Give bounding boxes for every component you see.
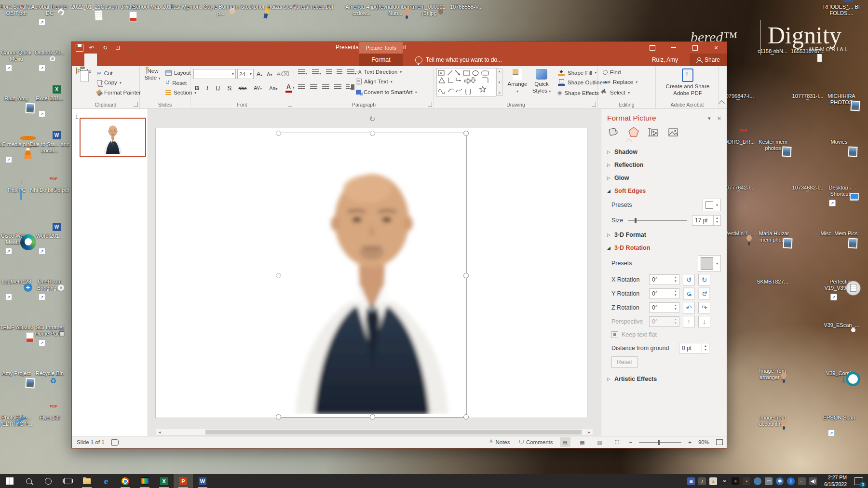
rotate-x-left-button[interactable]: ↺ (683, 274, 695, 285)
section-3d-format[interactable]: ▷3-D Format (601, 228, 727, 241)
customize-qat-icon[interactable]: ▾ (127, 44, 134, 51)
resize-handle-nw[interactable] (276, 131, 281, 136)
scrollbar-thumb[interactable] (205, 430, 582, 434)
tray-display[interactable]: ▭ (765, 477, 773, 485)
font-name-combo[interactable]: ▾ (193, 69, 236, 79)
reset-button[interactable]: ↺Reset (165, 80, 187, 86)
select-button[interactable]: Select▾ (603, 89, 630, 96)
format-painter-button[interactable]: Format Painter (97, 90, 141, 95)
section-reflection[interactable]: ▷Reflection (601, 158, 727, 171)
ribbon-tab[interactable] (172, 54, 185, 66)
spell-check-icon[interactable] (111, 439, 119, 446)
normal-view-button[interactable]: ▤ (560, 437, 570, 447)
convert-smartart-button[interactable]: Convert to SmartArt▾ (356, 89, 417, 95)
taskbar-file-explorer[interactable] (77, 474, 96, 488)
strikethrough-button[interactable]: abc (237, 85, 248, 91)
rotation-presets-dropdown[interactable]: ▾ (698, 255, 721, 271)
taskbar-clock[interactable]: 2:27 PM 6/15/2022 (824, 474, 847, 487)
close-button[interactable]: × (705, 42, 727, 54)
arrange-button[interactable]: Arrange▾ (506, 68, 529, 95)
signed-in-user[interactable]: Ruiz, Amy (652, 56, 678, 63)
cortana-button[interactable] (39, 474, 58, 488)
tray-bluetooth[interactable]: ᛒ (787, 477, 795, 485)
new-slide-button[interactable]: NewSlide ▾ (141, 68, 163, 81)
underline-button[interactable]: U (214, 85, 221, 92)
task-view-button[interactable] (58, 474, 77, 488)
save-icon[interactable] (76, 44, 83, 52)
ribbon-tab[interactable] (97, 54, 109, 66)
clear-formatting-button[interactable]: A⌫ (275, 70, 290, 78)
resize-handle-s[interactable] (370, 414, 375, 420)
resize-handle-e[interactable] (463, 273, 469, 278)
align-text-button[interactable]: Align Text▾ (356, 79, 393, 84)
section-artistic-effects[interactable]: ▷Artistic Effects (601, 372, 727, 385)
y-rotation-spinner[interactable]: ▲▼ (672, 288, 679, 299)
section-shadow[interactable]: ▷Shadow (601, 145, 727, 158)
resize-handle-n[interactable] (370, 131, 375, 136)
reading-view-button[interactable]: ▥ (595, 437, 605, 447)
rotate-y-up-button[interactable]: ↺ (683, 287, 695, 299)
taskbar-internet-explorer[interactable]: e (96, 474, 116, 488)
share-button[interactable]: Share (690, 54, 727, 66)
soft-edges-presets-dropdown[interactable]: ▾ (703, 199, 721, 211)
zoom-slider[interactable] (639, 442, 681, 443)
taskbar-powerpoint-active[interactable]: P (174, 474, 193, 488)
taskbar-word[interactable]: W (193, 474, 212, 488)
resize-handle-sw[interactable] (276, 414, 281, 420)
zoom-slider-thumb[interactable] (658, 440, 660, 445)
undo-icon[interactable]: ↶▾ (89, 44, 96, 51)
numbering-button[interactable]: ▾ (312, 69, 321, 76)
increase-indent-button[interactable] (337, 69, 342, 76)
shape-fill-button[interactable]: ◆Shape Fill▾ (557, 69, 597, 76)
ribbon-tab[interactable] (185, 54, 197, 66)
start-slideshow-icon[interactable]: ⊡ (114, 44, 121, 51)
action-center-icon[interactable]: 3 (854, 477, 863, 485)
replace-button[interactable]: ab⇄Replace▾ (603, 79, 637, 85)
ribbon-display-options-button[interactable] (642, 42, 663, 54)
resize-handle-w[interactable] (276, 273, 281, 278)
ribbon-tab[interactable] (160, 54, 172, 66)
tray-app-box[interactable]: ▪ (743, 477, 750, 485)
tray-security-shield[interactable]: ▲ (709, 477, 717, 485)
ribbon-tab[interactable] (122, 54, 135, 66)
distance-value[interactable]: 0 pt (679, 343, 702, 353)
justify-button[interactable] (334, 84, 341, 91)
decrease-indent-button[interactable] (326, 69, 332, 76)
rotate-x-right-button[interactable]: ↻ (698, 274, 710, 285)
maximize-button[interactable] (684, 42, 705, 54)
tray-app-black[interactable]: ● (732, 477, 739, 485)
line-spacing-button[interactable]: ▾ (347, 69, 356, 76)
bold-button[interactable]: B (193, 85, 201, 92)
resize-handle-se[interactable] (463, 414, 469, 420)
size-spinner[interactable]: ▲▼ (714, 215, 721, 226)
ribbon-tab[interactable] (84, 54, 97, 66)
tray-volume[interactable]: ◀) (809, 477, 817, 485)
character-spacing-button[interactable]: AV▾ (253, 85, 264, 91)
text-shadow-button[interactable]: S (226, 85, 232, 92)
align-left-button[interactable] (298, 84, 305, 91)
zoom-level[interactable]: 90% (698, 439, 709, 445)
panel-close-icon[interactable]: × (717, 115, 721, 122)
redo-icon[interactable]: ↻ (102, 44, 108, 51)
section-3d-rotation[interactable]: ◢3-D Rotation (601, 241, 727, 254)
x-rotation-value[interactable]: 0° (649, 274, 672, 285)
section-glow[interactable]: ▷Glow (601, 171, 727, 184)
text-direction-button[interactable]: ↕AText Direction▾ (356, 69, 402, 75)
cut-button[interactable]: ✂Cut (97, 70, 113, 77)
fit-slide-button[interactable] (716, 439, 723, 445)
shapes-gallery[interactable]: A (436, 68, 496, 97)
fill-line-tab-icon[interactable] (608, 126, 620, 138)
y-rotation-value[interactable]: 0° (649, 288, 672, 299)
font-size-combo[interactable]: 24▾ (237, 69, 254, 79)
rotate-y-down-button[interactable]: ↻ (699, 287, 710, 299)
taskbar-search-button[interactable] (19, 474, 39, 488)
create-share-pdf-button[interactable]: ↥ Create and ShareAdobe PDF (665, 68, 711, 97)
z-rotation-value[interactable]: 0° (649, 302, 672, 313)
tray-settings-gear[interactable]: ✱ (776, 477, 784, 485)
grow-font-button[interactable]: A▴ (255, 71, 264, 78)
slide-thumbnail[interactable] (80, 118, 146, 157)
tray-creative-cloud[interactable]: ∞ (720, 477, 728, 485)
shape-effects-button[interactable]: ◉Shape Effects▾ (557, 90, 603, 96)
tray-browser[interactable] (754, 477, 761, 485)
paste-button[interactable]: Paste▾ (73, 68, 95, 81)
